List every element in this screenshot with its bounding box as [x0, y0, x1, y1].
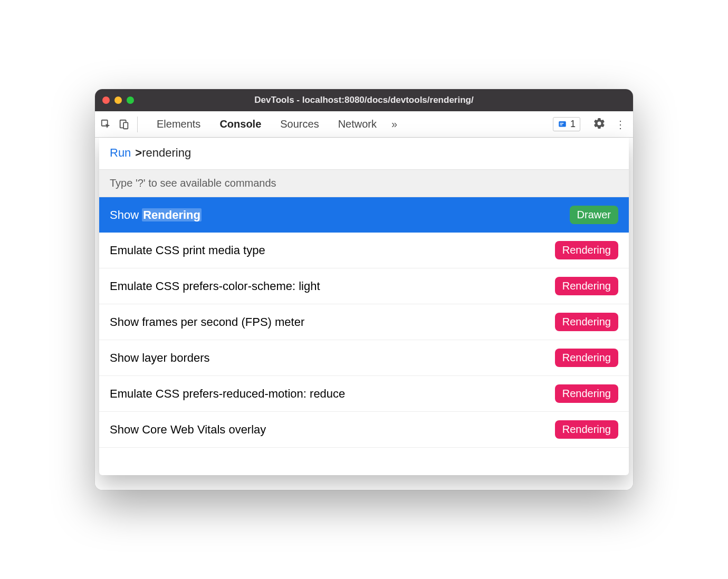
- command-hint: Type '?' to see available commands: [99, 169, 629, 197]
- run-prefix-symbol: >: [135, 146, 142, 160]
- command-result-item[interactable]: Show frames per second (FPS) meterRender…: [99, 304, 629, 340]
- window-title: DevTools - localhost:8080/docs/devtools/…: [95, 95, 633, 105]
- command-result-item[interactable]: Emulate CSS prefers-color-scheme: lightR…: [99, 268, 629, 304]
- command-result-badge: Rendering: [555, 349, 618, 367]
- tab-sources[interactable]: Sources: [271, 118, 328, 130]
- command-result-item[interactable]: Show layer bordersRendering: [99, 340, 629, 376]
- issues-icon: [558, 120, 567, 129]
- toolbar-left-icons: [100, 117, 138, 132]
- panel-tabs: Elements Console Sources Network »: [147, 118, 549, 130]
- command-result-label: Emulate CSS print media type: [110, 244, 265, 257]
- command-result-label: Emulate CSS prefers-reduced-motion: redu…: [110, 387, 345, 401]
- command-result-label: Show frames per second (FPS) meter: [110, 315, 304, 329]
- command-result-badge: Rendering: [555, 241, 618, 259]
- more-tabs-icon[interactable]: »: [386, 118, 403, 130]
- devtools-window: DevTools - localhost:8080/docs/devtools/…: [95, 89, 633, 490]
- command-result-label: Show layer borders: [110, 351, 210, 365]
- svg-rect-5: [560, 124, 562, 126]
- command-result-badge: Rendering: [555, 277, 618, 295]
- devtools-toolbar: Elements Console Sources Network » 1 ⋮: [95, 111, 633, 138]
- minimize-window-button[interactable]: [114, 96, 122, 104]
- command-results-list: Show RenderingDrawerEmulate CSS print me…: [99, 197, 629, 466]
- issues-badge[interactable]: 1: [553, 117, 580, 131]
- close-window-button[interactable]: [102, 96, 110, 104]
- svg-rect-2: [123, 122, 128, 129]
- command-result-item[interactable]: Emulate CSS prefers-reduced-motion: redu…: [99, 376, 629, 412]
- command-result-label: Show Rendering: [110, 208, 202, 222]
- command-result-badge: Drawer: [570, 206, 618, 224]
- tab-elements[interactable]: Elements: [147, 118, 210, 130]
- svg-rect-3: [559, 121, 566, 127]
- command-menu-panel: Run > Type '?' to see available commands…: [99, 138, 629, 475]
- command-input[interactable]: [142, 146, 618, 160]
- inspect-element-icon[interactable]: [100, 119, 112, 130]
- device-toggle-icon[interactable]: [118, 119, 130, 130]
- more-menu-icon[interactable]: ⋮: [615, 118, 626, 131]
- tab-console[interactable]: Console: [210, 118, 271, 130]
- command-result-label: Show Core Web Vitals overlay: [110, 423, 266, 437]
- command-menu-area: Run > Type '?' to see available commands…: [95, 138, 633, 490]
- command-result-item[interactable]: Show Core Web Vitals overlayRendering: [99, 412, 629, 448]
- settings-gear-icon[interactable]: [593, 117, 606, 132]
- window-controls: [102, 96, 134, 104]
- fullscreen-window-button[interactable]: [127, 96, 134, 104]
- command-result-badge: Rendering: [555, 384, 618, 403]
- command-input-row: Run >: [99, 138, 629, 169]
- svg-rect-4: [560, 123, 563, 124]
- run-prefix-label: Run: [110, 146, 131, 160]
- issues-count: 1: [570, 119, 576, 130]
- tab-network[interactable]: Network: [329, 118, 386, 130]
- command-result-badge: Rendering: [555, 420, 618, 439]
- command-result-item[interactable]: Emulate CSS print media typeRendering: [99, 233, 629, 268]
- command-result-label: Emulate CSS prefers-color-scheme: light: [110, 279, 320, 293]
- command-result-badge: Rendering: [555, 313, 618, 331]
- titlebar: DevTools - localhost:8080/docs/devtools/…: [95, 89, 633, 111]
- command-result-item[interactable]: Show RenderingDrawer: [99, 197, 629, 233]
